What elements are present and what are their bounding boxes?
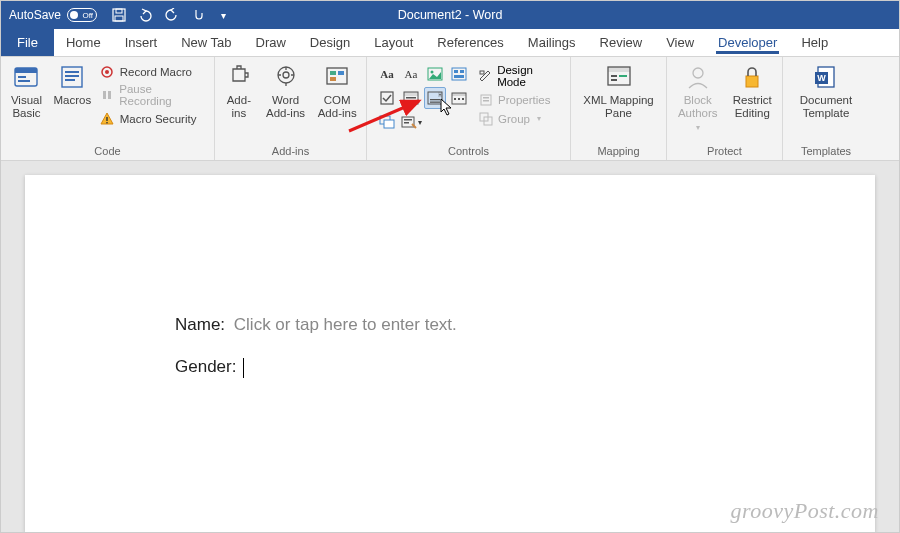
tab-file[interactable]: File — [1, 29, 54, 56]
save-icon[interactable] — [111, 7, 127, 23]
group-addins: Add- ins Word Add-ins COM Add-ins Add-in… — [215, 57, 367, 160]
svg-rect-55 — [608, 67, 630, 72]
svg-rect-14 — [108, 91, 111, 99]
block-authors-button: Block Authors▾ — [670, 59, 725, 133]
tab-view[interactable]: View — [654, 29, 706, 56]
group-addins-label: Add-ins — [218, 143, 363, 160]
svg-rect-9 — [65, 75, 79, 77]
svg-rect-21 — [338, 71, 344, 75]
record-icon — [100, 64, 115, 79]
group-templates: W Document Template Templates — [783, 57, 869, 160]
dropdown-control-icon[interactable] — [424, 87, 446, 109]
document-page[interactable]: Name: Click or tap here to enter text. G… — [25, 175, 875, 532]
picture-control-icon[interactable] — [424, 63, 446, 85]
properties-icon — [478, 92, 493, 107]
group-mapping: XML Mapping Pane Mapping — [571, 57, 667, 160]
document-area: Name: Click or tap here to enter text. G… — [1, 161, 899, 532]
tab-help[interactable]: Help — [789, 29, 840, 56]
tab-layout[interactable]: Layout — [362, 29, 425, 56]
group-protect-label: Protect — [670, 143, 779, 160]
tab-insert[interactable]: Insert — [113, 29, 170, 56]
rich-text-control-icon[interactable]: Aa — [376, 63, 398, 85]
svg-text:W: W — [817, 73, 826, 83]
svg-rect-22 — [330, 77, 336, 81]
macro-security-button[interactable]: Macro Security — [98, 110, 207, 127]
repeating-section-control-icon[interactable] — [376, 111, 398, 133]
tab-draw[interactable]: Draw — [244, 29, 298, 56]
legacy-tools-icon[interactable]: ▾ — [400, 111, 422, 133]
properties-button: Properties — [476, 91, 563, 108]
plain-text-control-icon[interactable]: Aa — [400, 63, 422, 85]
svg-rect-29 — [381, 92, 393, 104]
tab-design[interactable]: Design — [298, 29, 362, 56]
macros-button[interactable]: Macros — [49, 59, 96, 107]
group-mapping-label: Mapping — [574, 143, 663, 160]
svg-rect-47 — [404, 122, 409, 124]
svg-rect-26 — [454, 70, 458, 73]
svg-rect-50 — [483, 97, 489, 99]
svg-point-24 — [431, 71, 434, 74]
svg-rect-36 — [430, 99, 440, 100]
svg-rect-10 — [65, 79, 75, 81]
warning-icon — [100, 111, 115, 126]
svg-rect-4 — [15, 68, 37, 73]
visual-basic-button[interactable]: Visual Basic — [4, 59, 49, 120]
visual-basic-icon — [12, 63, 40, 91]
restrict-editing-button[interactable]: Restrict Editing — [725, 59, 779, 120]
addins-button[interactable]: Add- ins — [218, 59, 260, 120]
svg-rect-16 — [107, 122, 108, 123]
addins-icon — [225, 63, 253, 91]
redo-icon[interactable] — [163, 7, 179, 23]
combobox-control-icon[interactable] — [400, 87, 422, 109]
word-addins-button[interactable]: Word Add-ins — [260, 59, 312, 120]
tab-newtab[interactable]: New Tab — [169, 29, 243, 56]
tab-developer[interactable]: Developer — [706, 29, 789, 56]
svg-rect-13 — [103, 91, 106, 99]
name-field-line: Name: Click or tap here to enter text. — [175, 315, 875, 335]
svg-rect-51 — [483, 100, 489, 102]
com-addins-button[interactable]: COM Add-ins — [311, 59, 363, 120]
svg-rect-1 — [116, 9, 122, 13]
document-template-button[interactable]: W Document Template — [790, 59, 862, 120]
svg-rect-20 — [330, 71, 336, 75]
word-addins-icon — [272, 63, 300, 91]
tab-references[interactable]: References — [425, 29, 515, 56]
group-control-button: Group▾ — [476, 110, 563, 127]
svg-rect-32 — [406, 97, 416, 99]
quick-access-toolbar: ▾ — [105, 7, 231, 23]
name-content-control[interactable]: Click or tap here to enter text. — [234, 315, 457, 334]
qat-customize-icon[interactable]: ▾ — [215, 7, 231, 23]
group-protect: Block Authors▾ Restrict Editing Protect — [667, 57, 783, 160]
record-macro-button[interactable]: Record Macro — [98, 63, 207, 80]
svg-rect-6 — [18, 80, 30, 82]
date-picker-control-icon[interactable] — [448, 87, 470, 109]
autosave-toggle[interactable]: Off — [67, 8, 97, 22]
svg-rect-41 — [458, 98, 460, 100]
undo-icon[interactable] — [137, 7, 153, 23]
checkbox-control-icon[interactable] — [376, 87, 398, 109]
controls-gallery: Aa Aa ▾ — [370, 59, 474, 133]
tab-mailings[interactable]: Mailings — [516, 29, 588, 56]
svg-rect-44 — [384, 120, 394, 128]
building-block-control-icon[interactable] — [448, 63, 470, 85]
tab-review[interactable]: Review — [588, 29, 655, 56]
xml-mapping-button[interactable]: XML Mapping Pane — [579, 59, 659, 120]
svg-rect-37 — [430, 102, 440, 103]
autosave-label: AutoSave — [9, 8, 61, 22]
svg-rect-15 — [107, 117, 108, 121]
design-mode-button[interactable]: Design Mode — [476, 63, 563, 89]
lock-icon — [738, 63, 766, 91]
tab-home[interactable]: Home — [54, 29, 113, 56]
svg-rect-2 — [115, 16, 123, 21]
svg-rect-48 — [480, 71, 484, 74]
text-cursor — [243, 358, 244, 378]
menu-bar: File Home Insert New Tab Draw Design Lay… — [1, 29, 899, 57]
touch-mode-icon[interactable] — [189, 7, 205, 23]
gender-field-line: Gender: — [175, 357, 875, 378]
autosave-control[interactable]: AutoSave Off — [1, 8, 105, 22]
macros-icon — [58, 63, 86, 91]
svg-rect-58 — [611, 79, 617, 81]
group-controls: Aa Aa ▾ Design Mode Properties — [367, 57, 571, 160]
ribbon: Visual Basic Macros Record Macro Pause R… — [1, 57, 899, 161]
svg-rect-8 — [65, 71, 79, 73]
